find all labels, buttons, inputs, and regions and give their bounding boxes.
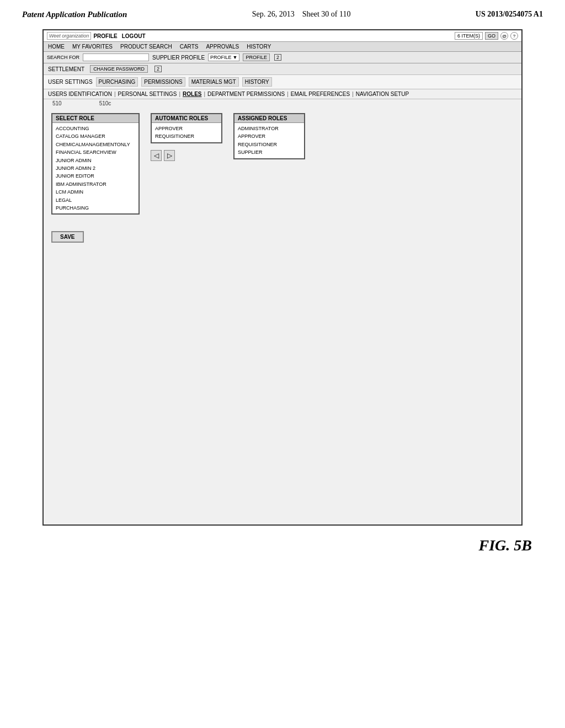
num-badge-2: 2 [154, 66, 162, 72]
select-role-header: SELECT ROLE [52, 114, 138, 123]
list-item[interactable]: APPROVER [238, 132, 301, 140]
assigned-roles-header: ASSIGNED ROLES [234, 114, 304, 123]
list-item[interactable]: JUNIOR ADMIN [56, 157, 135, 164]
question-icon[interactable]: ? [510, 32, 518, 40]
list-item[interactable]: LCM ADMIN [56, 188, 135, 196]
list-item[interactable]: JUNIOR EDITOR [56, 172, 135, 180]
list-item[interactable]: REQUISITIONER [238, 141, 301, 148]
automatic-roles-header: AUTOMATIC ROLES [152, 114, 221, 123]
select-role-list: ACCOUNTING CATALOG MANAGER CHEMICALMANAG… [52, 123, 138, 213]
separator-4: | [287, 91, 289, 97]
num-badge-1: 2 [274, 54, 281, 61]
roles-content: SELECT ROLE ACCOUNTING CATALOG MANAGER C… [44, 108, 521, 220]
nav-approvals[interactable]: APPROVALS [205, 43, 240, 50]
list-item[interactable]: APPROVER [155, 125, 218, 132]
nav-history[interactable]: HISTORY [246, 43, 272, 50]
user-settings-tabs: USER SETTINGS PURCHASING PERMISSIONS MAT… [44, 75, 521, 89]
list-item[interactable]: CATALOG MANAGER [56, 132, 135, 140]
list-item[interactable]: IBM ADMINISTRATOR [56, 180, 135, 188]
publication-date: Sep. 26, 2013 Sheet 30 of 110 [252, 10, 351, 19]
subnav-email-prefs[interactable]: EMAIL PREFERENCES [291, 91, 350, 97]
publication-number: US 2013/0254075 A1 [476, 10, 543, 19]
user-settings-label: USER SETTINGS [48, 79, 93, 85]
topbar-left: Weet organization PROFILE LOGOUT [47, 32, 146, 40]
nav-carts[interactable]: CARTS [179, 43, 200, 50]
subnav-personal-settings[interactable]: PERSONAL SETTINGS [118, 91, 177, 97]
automatic-roles-list: APPROVER REQUISITIONER [152, 123, 221, 142]
separator-1: | [114, 91, 116, 97]
automatic-roles-panel: AUTOMATIC ROLES APPROVER REQUISITIONER [151, 113, 222, 143]
list-item[interactable]: LEGAL [56, 196, 135, 204]
topbar-right: 6 ITEM(S) GO @ ? [455, 32, 518, 40]
change-password-button[interactable]: CHANGE PASSWORD [90, 65, 148, 73]
app-logo: Weet organization [47, 32, 91, 40]
tab-permissions[interactable]: PERMISSIONS [141, 77, 185, 87]
ui-navbar: HOME MY FAVORITES PRODUCT SEARCH CARTS A… [44, 42, 521, 52]
at-icon[interactable]: @ [500, 32, 508, 40]
label-510: 510 [52, 100, 62, 106]
subnav-users-id[interactable]: USERS IDENTIFICATION [48, 91, 112, 97]
select-role-panel: SELECT ROLE ACCOUNTING CATALOG MANAGER C… [51, 113, 140, 215]
logout-link[interactable]: LOGOUT [122, 33, 146, 39]
ui-topbar: Weet organization PROFILE LOGOUT 6 ITEM(… [44, 30, 521, 42]
ui-searchbar: SEARCH FOR SUPPLIER PROFILE PROFILE ▼ PR… [44, 52, 521, 63]
profile-link[interactable]: PROFILE [93, 33, 117, 39]
figure-label: FIG. 5B [0, 526, 565, 554]
ui-subnav: USERS IDENTIFICATION | PERSONAL SETTINGS… [44, 89, 521, 99]
save-btn-container: SAVE [44, 231, 521, 243]
assigned-section: ASSIGNED ROLES ADMINISTRATOR APPROVER RE… [233, 113, 305, 215]
assigned-roles-panel: ASSIGNED ROLES ADMINISTRATOR APPROVER RE… [233, 113, 305, 159]
supplier-profile-label: SUPPLIER PROFILE [152, 55, 205, 61]
page-header: Patent Application Publication Sep. 26, … [0, 0, 565, 24]
assigned-roles-list: ADMINISTRATOR APPROVER REQUISITIONER SUP… [234, 123, 304, 158]
nav-home[interactable]: HOME [47, 43, 66, 50]
separator-5: | [352, 91, 354, 97]
profile-dropdown[interactable]: PROFILE ▼ [208, 53, 239, 61]
tab-purchasing[interactable]: PURCHASING [96, 77, 138, 87]
main-content: Weet organization PROFILE LOGOUT 6 ITEM(… [0, 24, 565, 526]
list-item[interactable]: FINANCIAL SEARCHVIEW [56, 148, 135, 156]
subnav-nav-setup[interactable]: NAVIGATION SETUP [356, 91, 409, 97]
publication-title: Patent Application Publication [22, 10, 127, 19]
list-item[interactable]: ADMINISTRATOR [238, 125, 301, 132]
items-badge: 6 ITEM(S) [455, 32, 483, 40]
nav-my-favorites[interactable]: MY FAVORITES [71, 43, 114, 50]
middle-section: AUTOMATIC ROLES APPROVER REQUISITIONER ◁… [151, 113, 222, 215]
subnav-roles[interactable]: ROLES [183, 91, 201, 97]
arrow-right-button[interactable]: ▷ [164, 150, 175, 161]
separator-2: | [179, 91, 180, 97]
save-button[interactable]: SAVE [51, 231, 84, 243]
list-item[interactable]: CHEMICALMANAGEMENTONLY [56, 141, 135, 148]
list-item[interactable]: JUNIOR ADMIN 2 [56, 164, 135, 172]
profile-button[interactable]: PROFILE [243, 53, 270, 61]
list-item[interactable]: SUPPLIER [238, 148, 301, 156]
tab-materials-mgt[interactable]: MATERIALS MGT [189, 77, 239, 87]
search-for-label: SEARCH FOR [47, 55, 79, 60]
separator-3: | [204, 91, 205, 97]
go-button[interactable]: GO [485, 32, 498, 40]
nav-product-search[interactable]: PRODUCT SEARCH [119, 43, 173, 50]
list-item[interactable]: PURCHASING [56, 204, 135, 212]
arrow-buttons: ◁ ▷ [151, 150, 222, 161]
arrow-left-button[interactable]: ◁ [151, 150, 162, 161]
label-510c: 510c [99, 100, 111, 106]
list-item[interactable]: REQUISITIONER [155, 132, 218, 140]
search-input[interactable] [83, 53, 149, 61]
list-item[interactable]: ACCOUNTING [56, 125, 135, 132]
tab-history[interactable]: HISTORY [242, 77, 272, 87]
ui-mockup-box: Weet organization PROFILE LOGOUT 6 ITEM(… [42, 29, 523, 526]
settlement-label: SETTLEMENT [48, 66, 84, 72]
subnav-dept-permissions[interactable]: DEPARTMENT PERMISSIONS [207, 91, 285, 97]
topbar-nav: PROFILE LOGOUT [93, 33, 145, 39]
